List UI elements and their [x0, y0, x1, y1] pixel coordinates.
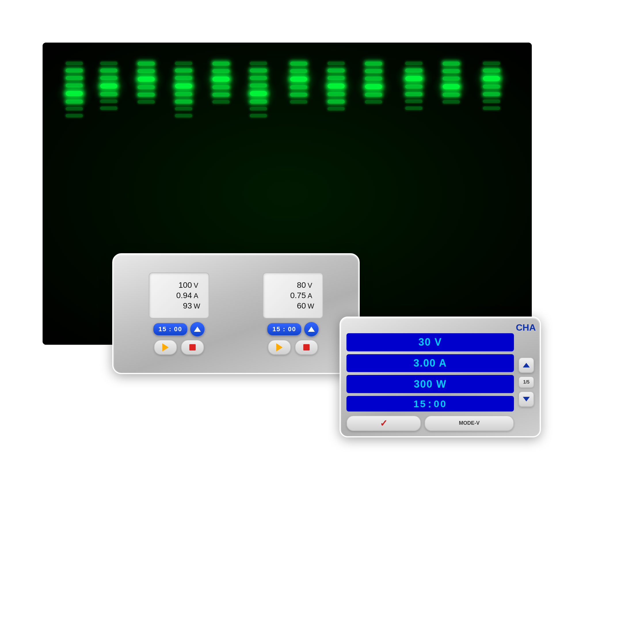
gel-band	[327, 83, 345, 89]
gel-band	[405, 68, 422, 73]
gel-band	[290, 100, 307, 104]
gel-band	[100, 68, 117, 73]
gel-band	[66, 83, 83, 87]
play-button-a[interactable]	[154, 340, 177, 355]
chevron-up-icon	[523, 363, 530, 367]
power-value-a: 93	[175, 301, 192, 310]
gel-band	[443, 84, 460, 89]
channel-b: 80 V 0.75 A 60 W 15 : 00	[263, 273, 323, 355]
gel-band	[290, 85, 307, 89]
voltage-row-a: 100 V	[175, 281, 203, 290]
gel-band	[250, 76, 267, 80]
gel-band	[405, 100, 422, 103]
stop-icon-b	[303, 344, 310, 350]
gel-band	[405, 85, 422, 89]
stop-button-b[interactable]	[295, 340, 318, 355]
gel-band	[250, 91, 267, 96]
cha-power-value: 300 W	[414, 378, 447, 390]
gel-band	[250, 100, 267, 104]
gel-band	[250, 83, 267, 87]
timer-display-b[interactable]: 15 : 00	[267, 323, 302, 335]
gel-band	[138, 100, 155, 104]
gel-band	[365, 84, 382, 89]
power-row-b: 60 W	[289, 301, 317, 310]
power-unit-a: W	[194, 302, 203, 310]
gel-band	[250, 68, 267, 73]
gel-band	[175, 107, 192, 110]
gel-band	[100, 106, 117, 110]
gel-lane-10	[405, 60, 422, 112]
gel-band	[66, 68, 83, 73]
gel-band	[250, 62, 267, 65]
power-unit-b: W	[308, 302, 317, 310]
gel-band	[365, 62, 382, 66]
gel-band	[327, 76, 345, 80]
gel-band	[290, 77, 307, 82]
chevron-down-icon	[523, 397, 530, 401]
arrow-up-b[interactable]	[304, 322, 319, 336]
gel-band	[483, 76, 500, 81]
page-indicator: 1/5	[519, 376, 534, 388]
gel-band	[483, 106, 500, 110]
gel-band	[483, 62, 500, 65]
gel-band	[175, 62, 192, 65]
power-value-b: 60	[289, 301, 306, 310]
gel-band	[365, 100, 382, 104]
gel-band	[443, 69, 460, 73]
gel-band	[66, 107, 83, 110]
arrow-up-a[interactable]	[190, 322, 205, 336]
cha-current-display: 3.00 A	[346, 354, 514, 372]
cha-confirm-button[interactable]: ✓	[346, 416, 421, 431]
gel-band	[66, 62, 83, 65]
gel-band	[138, 85, 155, 89]
channel-a: 100 V 0.94 A 93 W 15 : 00	[149, 273, 209, 355]
stop-button-a[interactable]	[181, 340, 204, 355]
gel-lane-5	[212, 60, 230, 105]
cha-arrow-down-button[interactable]	[519, 391, 534, 407]
channel-a-display: 100 V 0.94 A 93 W	[149, 273, 209, 319]
channel-a-timer-row: 15 : 00	[153, 322, 205, 336]
arrow-up-icon-a	[194, 327, 201, 332]
gel-lane-4	[175, 60, 192, 119]
gel-band	[327, 68, 345, 73]
gel-band	[100, 83, 117, 89]
gel-band	[175, 68, 192, 73]
current-unit-b: A	[308, 292, 317, 300]
gel-band	[138, 93, 155, 97]
voltage-value-b: 80	[289, 281, 306, 290]
gel-band	[250, 107, 267, 110]
gel-band	[483, 100, 500, 103]
gel-band	[100, 100, 117, 103]
gel-band	[327, 62, 345, 65]
cha-voltage-display: 30 V	[346, 333, 514, 351]
gel-band	[138, 69, 155, 73]
current-value-b: 0.75	[289, 291, 306, 300]
gel-band	[365, 93, 382, 97]
gel-band	[66, 76, 83, 80]
cha-arrow-up-button[interactable]	[519, 357, 534, 373]
mode-button[interactable]: MODE-V	[424, 416, 514, 431]
play-icon-a	[162, 343, 169, 351]
cha-colon: :	[428, 398, 433, 410]
play-icon-b	[276, 343, 283, 351]
power-row-a: 93 W	[175, 301, 203, 310]
cha-title: CHA	[516, 322, 536, 333]
gel-band	[290, 93, 307, 97]
gel-band	[443, 93, 460, 97]
current-row-a: 0.94 A	[175, 291, 203, 300]
gel-lane-11	[443, 60, 460, 105]
arrow-up-icon-b	[308, 327, 315, 332]
channel-b-controls	[268, 340, 318, 355]
gel-band	[290, 62, 307, 66]
cha-timer-display: 15 : 00	[346, 396, 514, 411]
play-button-b[interactable]	[268, 340, 291, 355]
gel-band	[327, 107, 345, 110]
current-unit-a: A	[194, 292, 203, 300]
timer-display-a[interactable]: 15 : 00	[153, 323, 188, 335]
gel-band	[175, 76, 192, 80]
gel-band	[66, 91, 83, 96]
voltage-unit-b: V	[308, 281, 317, 289]
cha-voltage-value: 30 V	[418, 336, 442, 348]
gel-band	[405, 76, 422, 81]
gel-band	[175, 100, 192, 104]
